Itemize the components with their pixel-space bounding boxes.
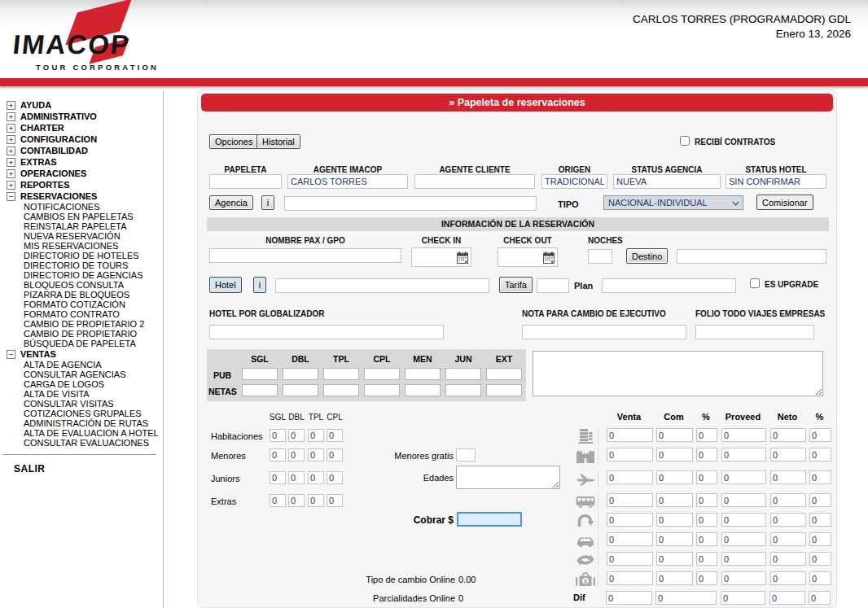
totals-input[interactable] [721, 448, 766, 461]
pub-rate-input[interactable] [242, 368, 278, 380]
totals-input[interactable] [770, 493, 806, 507]
sidebar-item-ayuda[interactable]: +AYUDA [7, 99, 163, 111]
status-hotel-input[interactable] [726, 174, 826, 189]
totals-input[interactable] [696, 470, 717, 484]
tipo-select[interactable]: NACIONAL-INDIVIDUAL [603, 195, 743, 210]
netas-rate-input[interactable] [323, 384, 359, 396]
totals-input[interactable] [696, 532, 717, 546]
habitaciones-input[interactable] [288, 429, 305, 442]
cobrar-input[interactable] [457, 512, 522, 527]
habitaciones-input[interactable] [270, 429, 286, 442]
sidebar-item-ventas[interactable]: −VENTAS [7, 348, 163, 360]
hotel-button[interactable]: Hotel [209, 277, 242, 293]
menores-input[interactable] [270, 448, 286, 461]
netas-rate-input[interactable] [405, 384, 441, 396]
habitaciones-input[interactable] [327, 429, 343, 442]
totals-input[interactable] [656, 552, 693, 566]
totals-input[interactable] [809, 448, 831, 461]
totals-input[interactable] [770, 470, 806, 484]
sidebar-subitem-cambio-de-propietario-2[interactable]: CAMBIO DE PROPIETARIO 2 [24, 319, 163, 329]
calendar-icon[interactable] [543, 252, 555, 264]
tarifa-input[interactable] [537, 278, 569, 293]
papeleta-input[interactable] [209, 174, 282, 189]
totals-input[interactable] [656, 571, 693, 585]
sidebar-subitem-nueva-reservacion[interactable]: NUEVA RESERVACIÓN [24, 231, 163, 241]
sidebar-item-extras[interactable]: +EXTRAS [7, 156, 163, 168]
netas-rate-input[interactable] [283, 384, 318, 396]
agencia-input[interactable] [284, 196, 537, 211]
totals-input[interactable] [696, 552, 717, 566]
netas-rate-input[interactable] [364, 384, 400, 396]
dif-input[interactable] [809, 591, 831, 605]
sidebar-item-administrativo[interactable]: +ADMINISTRATIVO [7, 111, 163, 122]
totals-input[interactable] [809, 493, 831, 507]
totals-input[interactable] [770, 552, 806, 566]
sidebar-item-charter[interactable]: +CHARTER [7, 122, 163, 133]
sidebar-item-reservaciones[interactable]: −RESERVACIONES [7, 190, 163, 202]
checkin-date-field[interactable] [411, 247, 471, 267]
totals-input[interactable] [696, 513, 717, 527]
netas-rate-input[interactable] [445, 384, 481, 396]
origen-input[interactable] [541, 174, 607, 189]
totals-input[interactable] [656, 448, 693, 461]
totals-input[interactable] [721, 532, 766, 546]
expand-plus-icon[interactable]: + [7, 112, 15, 121]
totals-input[interactable] [770, 571, 806, 585]
sidebar-subitem-notificaciones[interactable]: NOTIFICACIONES [24, 202, 163, 212]
sidebar-subitem-cotizaciones-grupales[interactable]: COTIZACIONES GRUPALES [24, 409, 163, 418]
agencia-button[interactable]: Agencia [209, 195, 253, 210]
globalizador-input[interactable] [209, 325, 444, 339]
menores-input[interactable] [288, 448, 305, 461]
destino-input[interactable] [677, 249, 826, 264]
totals-input[interactable] [696, 448, 717, 461]
totals-input[interactable] [656, 493, 693, 507]
expand-plus-icon[interactable]: + [7, 158, 15, 167]
totals-input[interactable] [809, 571, 831, 585]
menores-input[interactable] [327, 448, 343, 461]
dif-input[interactable] [606, 591, 652, 605]
hotel-info-button[interactable]: i [253, 277, 266, 293]
juniors-input[interactable] [270, 471, 286, 484]
edades-textarea[interactable] [456, 466, 560, 489]
juniors-input[interactable] [308, 471, 324, 484]
sidebar-subitem-pizarra-de-bloqueos[interactable]: PIZARRA DE BLOQUEOS [24, 290, 163, 300]
noches-input[interactable] [588, 249, 612, 264]
sidebar-subitem-cambios-en-papeletas[interactable]: CAMBIOS EN PAPELETAS [24, 212, 163, 221]
sidebar-subitem-consultar-agencias[interactable]: CONSULTAR AGENCIAS [24, 370, 163, 379]
opciones-button[interactable]: Opciones [209, 134, 258, 149]
totals-input[interactable] [607, 532, 653, 546]
expand-plus-icon[interactable]: + [7, 135, 15, 144]
sidebar-subitem-consultar-visitas[interactable]: CONSULTAR VISITAS [24, 399, 163, 409]
sidebar-subitem-directorio-de-tours[interactable]: DIRECTORIO DE TOURS [24, 260, 163, 270]
pub-rate-input[interactable] [405, 368, 441, 380]
totals-input[interactable] [809, 470, 831, 484]
totals-input[interactable] [721, 470, 766, 484]
pub-rate-input[interactable] [486, 368, 522, 380]
totals-input[interactable] [809, 552, 831, 566]
expand-plus-icon[interactable]: + [7, 147, 15, 155]
totals-input[interactable] [721, 571, 766, 585]
juniors-input[interactable] [288, 471, 305, 484]
totals-input[interactable] [607, 448, 653, 461]
expand-plus-icon[interactable]: + [7, 101, 15, 110]
totals-input[interactable] [656, 513, 693, 527]
totals-input[interactable] [721, 513, 766, 527]
sidebar-subitem-reinstalar-papeleta[interactable]: REINSTALAR PAPELETA [24, 221, 163, 231]
totals-input[interactable] [721, 493, 766, 507]
collapse-minus-icon[interactable]: − [7, 350, 15, 359]
dif-input[interactable] [721, 591, 765, 605]
status-agencia-input[interactable] [613, 174, 721, 189]
totals-input[interactable] [696, 493, 717, 507]
extras-input[interactable] [308, 494, 324, 507]
sidebar-subitem-alta-de-agencia[interactable]: ALTA DE AGENCIA [24, 360, 163, 370]
totals-input[interactable] [607, 552, 653, 566]
agencia-info-button[interactable]: i [261, 195, 274, 210]
sidebar-subitem-consultar-evaluaciones[interactable]: CONSULTAR EVALUACIONES [24, 438, 163, 448]
folio-empresas-input[interactable] [695, 325, 814, 339]
destino-button[interactable]: Destino [626, 248, 668, 264]
pub-rate-input[interactable] [283, 368, 318, 380]
sidebar-subitem-directorio-de-agencias[interactable]: DIRECTORIO DE AGENCIAS [24, 270, 163, 280]
totals-input[interactable] [656, 532, 693, 546]
expand-plus-icon[interactable]: + [7, 169, 15, 178]
totals-input[interactable] [607, 470, 653, 484]
